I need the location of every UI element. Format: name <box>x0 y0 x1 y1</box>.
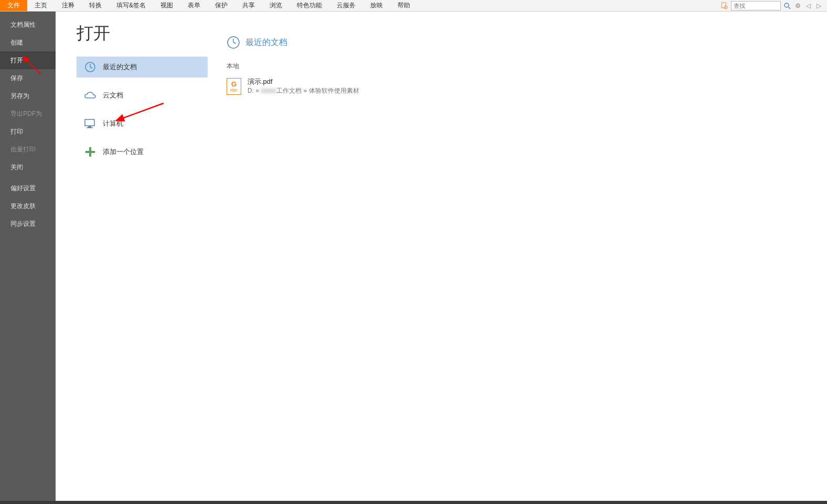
details-column: 最近的文档 本地 G PDF 演示.pdf D: » xxxxx工作文档 » 体… <box>208 12 827 501</box>
sidebar-item-9[interactable]: 偏好设置 <box>0 179 56 197</box>
content-inner: 打开 最近的文档云文档计算机添加一个位置 最近的文档 本地 G PDF <box>56 12 827 501</box>
sidebar-item-6[interactable]: 打印 <box>0 123 56 140</box>
pdf-file-icon: G PDF <box>227 78 241 95</box>
nav-prev-icon[interactable]: ◁ <box>804 2 812 10</box>
sidebar-item-label: 文档属性 <box>10 20 36 29</box>
svg-rect-11 <box>85 151 95 153</box>
svg-rect-7 <box>85 119 94 126</box>
ribbon-tab-0[interactable]: 文件 <box>0 0 27 11</box>
plus-icon <box>84 146 96 158</box>
sidebar-item-0[interactable]: 文档属性 <box>0 16 56 34</box>
status-bar <box>0 501 827 504</box>
search-input[interactable] <box>731 1 781 10</box>
sidebar-item-label: 打开 <box>10 56 23 65</box>
search-doc-icon[interactable] <box>721 2 729 10</box>
ribbon: 文件主页注释转换填写&签名视图表单保护共享浏览特色功能云服务放映帮助 ⚙ ◁ ▷ <box>0 0 827 12</box>
ribbon-tab-8[interactable]: 共享 <box>235 0 262 11</box>
sidebar-item-label: 批量打印 <box>10 145 36 154</box>
sidebar-item-label: 关闭 <box>10 163 23 172</box>
location-item-clock[interactable]: 最近的文档 <box>77 57 208 78</box>
sidebar-item-1[interactable]: 创建 <box>0 34 56 51</box>
doc-path: D: » xxxxx工作文档 » 体验软件使用素材 <box>248 86 359 95</box>
location-item-computer[interactable]: 计算机 <box>77 113 208 134</box>
sidebar: 文档属性创建打开保存另存为导出PDF为打印批量打印关闭偏好设置更改皮肤同步设置 <box>0 12 56 501</box>
ribbon-tab-2[interactable]: 注释 <box>55 0 82 11</box>
sidebar-item-label: 打印 <box>10 127 23 136</box>
sidebar-item-label: 同步设置 <box>10 220 36 228</box>
locations-column: 打开 最近的文档云文档计算机添加一个位置 <box>56 12 208 501</box>
svg-point-2 <box>785 3 789 7</box>
sidebar-item-label: 另存为 <box>10 92 29 101</box>
group-local-label: 本地 <box>227 62 827 71</box>
location-item-label: 最近的文档 <box>103 62 137 72</box>
ribbon-tab-1[interactable]: 主页 <box>27 0 55 11</box>
ribbon-right: ⚙ ◁ ▷ <box>721 0 827 11</box>
ribbon-tab-13[interactable]: 帮助 <box>390 0 417 11</box>
ribbon-tab-6[interactable]: 表单 <box>180 0 208 11</box>
svg-rect-8 <box>88 126 91 127</box>
svg-line-6 <box>90 67 92 68</box>
ribbon-spacer <box>417 0 721 11</box>
ribbon-tab-5[interactable]: 视图 <box>153 0 180 11</box>
clock-icon <box>227 36 240 49</box>
ribbon-tab-9[interactable]: 浏览 <box>262 0 289 11</box>
ribbon-tabs: 文件主页注释转换填写&签名视图表单保护共享浏览特色功能云服务放映帮助 <box>0 0 417 11</box>
location-item-label: 云文档 <box>103 91 123 100</box>
sidebar-item-3[interactable]: 保存 <box>0 69 56 87</box>
ribbon-tab-7[interactable]: 保护 <box>208 0 235 11</box>
main: 文档属性创建打开保存另存为导出PDF为打印批量打印关闭偏好设置更改皮肤同步设置 … <box>0 12 827 501</box>
sidebar-item-label: 导出PDF为 <box>10 109 42 118</box>
ribbon-tab-12[interactable]: 放映 <box>363 0 390 11</box>
recent-docs-header-label: 最近的文档 <box>245 37 287 48</box>
gear-icon[interactable]: ⚙ <box>793 2 802 10</box>
computer-icon <box>84 117 96 130</box>
sidebar-item-2[interactable]: 打开 <box>0 51 56 69</box>
location-item-label: 计算机 <box>103 119 123 128</box>
sidebar-item-label: 保存 <box>10 74 23 83</box>
location-item-cloud[interactable]: 云文档 <box>77 85 208 106</box>
sidebar-item-label: 偏好设置 <box>10 184 36 193</box>
location-item-label: 添加一个位置 <box>103 147 144 157</box>
clock-icon <box>84 61 96 73</box>
sidebar-item-label: 更改皮肤 <box>10 202 36 211</box>
sidebar-item-7[interactable]: 批量打印 <box>0 140 56 158</box>
location-item-plus[interactable]: 添加一个位置 <box>77 141 208 162</box>
nav-next-icon[interactable]: ▷ <box>814 2 823 10</box>
svg-line-3 <box>788 7 790 9</box>
page-title: 打开 <box>77 22 208 45</box>
search-go-icon[interactable] <box>783 2 791 10</box>
sidebar-item-label: 创建 <box>10 38 23 47</box>
svg-rect-0 <box>722 3 726 8</box>
ribbon-tab-11[interactable]: 云服务 <box>329 0 363 11</box>
content: 打开 最近的文档云文档计算机添加一个位置 最近的文档 本地 G PDF <box>56 12 827 501</box>
recent-docs-header: 最近的文档 <box>227 36 827 49</box>
sidebar-item-10[interactable]: 更改皮肤 <box>0 197 56 215</box>
sidebar-item-11[interactable]: 同步设置 <box>0 215 56 233</box>
doc-name: 演示.pdf <box>248 77 359 86</box>
sidebar-item-5[interactable]: 导出PDF为 <box>0 105 56 123</box>
ribbon-tab-4[interactable]: 填写&签名 <box>109 0 153 11</box>
svg-rect-9 <box>87 127 93 128</box>
recent-doc-row[interactable]: G PDF 演示.pdf D: » xxxxx工作文档 » 体验软件使用素材 <box>227 75 827 97</box>
sidebar-item-8[interactable]: 关闭 <box>0 158 56 176</box>
ribbon-tab-3[interactable]: 转换 <box>82 0 109 11</box>
ribbon-tab-10[interactable]: 特色功能 <box>289 0 329 11</box>
svg-line-14 <box>233 42 236 43</box>
sidebar-item-4[interactable]: 另存为 <box>0 87 56 105</box>
cloud-icon <box>84 89 96 102</box>
doc-meta: 演示.pdf D: » xxxxx工作文档 » 体验软件使用素材 <box>248 77 359 95</box>
location-list: 最近的文档云文档计算机添加一个位置 <box>77 57 208 162</box>
